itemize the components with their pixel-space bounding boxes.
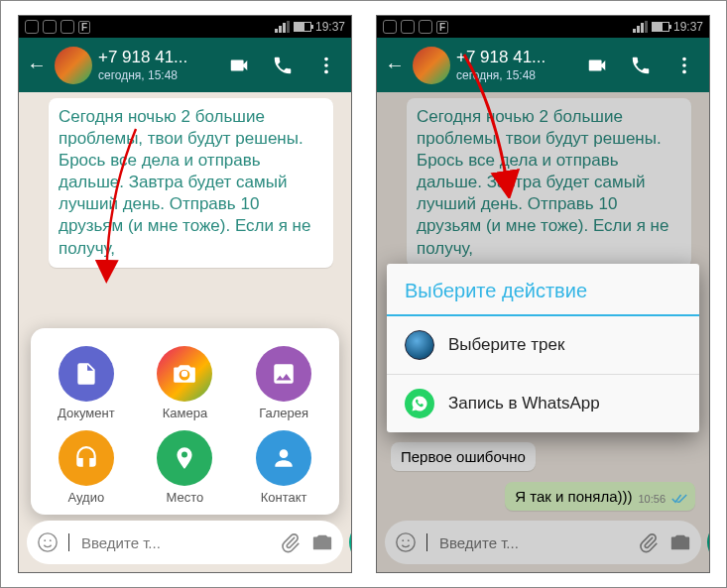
svg-point-8	[682, 69, 686, 73]
attach-audio[interactable]: Аудио	[37, 430, 136, 505]
svg-point-5	[50, 539, 52, 541]
dialog-option-label: Запись в WhatsApp	[448, 394, 600, 413]
svg-point-1	[324, 63, 328, 67]
attach-document-label: Документ	[58, 406, 115, 420]
message-input-box[interactable]	[27, 521, 343, 564]
svg-point-7	[682, 63, 686, 67]
back-icon[interactable]: ←	[25, 54, 49, 76]
dialog-option-whatsapp[interactable]: Запись в WhatsApp	[387, 375, 699, 432]
camera-input-icon[interactable]	[311, 531, 333, 553]
input-row	[27, 521, 343, 564]
emoji-icon[interactable]	[37, 531, 59, 553]
svg-point-3	[39, 533, 57, 551]
notif-icon: F	[436, 21, 448, 34]
signal-icon	[275, 21, 290, 33]
battery-icon	[294, 22, 311, 32]
mic-button[interactable]	[349, 521, 352, 564]
attach-audio-label: Аудио	[67, 490, 104, 505]
dialog-title: Выберите действие	[387, 264, 699, 316]
back-icon[interactable]: ←	[383, 54, 407, 76]
more-icon[interactable]	[673, 55, 695, 76]
attach-gallery[interactable]: Галерея	[234, 346, 333, 420]
svg-point-0	[324, 57, 328, 60]
attachment-panel: Документ Камера Галерея Аудио Место	[31, 328, 339, 515]
statusbar: F 19:37	[19, 16, 351, 38]
attach-document[interactable]: Документ	[37, 346, 136, 420]
attach-camera[interactable]: Камера	[136, 346, 235, 420]
chat-subtitle: сегодня, 15:48	[98, 68, 228, 82]
camera-icon	[172, 361, 197, 387]
voice-call-icon[interactable]	[272, 55, 294, 76]
phone-left: F 19:37 ← +7 918 41... сегодня, 15:48 Се…	[18, 15, 352, 573]
attach-gallery-label: Галерея	[259, 406, 308, 420]
location-icon	[172, 445, 197, 471]
video-call-icon[interactable]	[228, 55, 250, 76]
dialog-option-label: Выберите трек	[448, 335, 564, 355]
notif-icon: F	[78, 21, 90, 34]
document-icon	[73, 361, 99, 387]
attach-icon[interactable]	[280, 531, 302, 553]
chat-subtitle: сегодня, 15:48	[456, 68, 586, 82]
incoming-message: Сегодня ночью 2 большие проблемы, твои б…	[49, 98, 333, 268]
chat-header: ← +7 918 41... сегодня, 15:48	[377, 38, 709, 92]
action-dialog: Выберите действие Выберите трек Запись в…	[387, 264, 699, 432]
speaker-icon	[405, 330, 434, 360]
attach-location-label: Место	[167, 490, 204, 505]
svg-point-2	[324, 69, 328, 73]
message-input[interactable]	[81, 534, 270, 551]
avatar[interactable]	[55, 47, 92, 84]
chat-header: ← +7 918 41... сегодня, 15:48	[19, 38, 351, 92]
contact-icon	[271, 445, 297, 471]
statusbar: F 19:37	[377, 16, 709, 38]
attach-camera-label: Камера	[163, 406, 207, 420]
chat-title[interactable]: +7 918 41...	[98, 48, 228, 67]
phone-right: F 19:37 ← +7 918 41... сегодня, 15:48 Се…	[376, 15, 710, 573]
signal-icon	[633, 21, 648, 33]
chat-title[interactable]: +7 918 41...	[456, 48, 586, 67]
attach-contact-label: Контакт	[261, 490, 307, 505]
more-icon[interactable]	[315, 55, 337, 76]
voice-call-icon[interactable]	[630, 55, 652, 76]
dialog-option-track[interactable]: Выберите трек	[387, 316, 699, 375]
gallery-icon	[271, 361, 297, 387]
svg-point-6	[682, 57, 686, 60]
svg-point-4	[44, 539, 46, 541]
video-call-icon[interactable]	[586, 55, 608, 76]
status-time: 19:37	[673, 20, 703, 34]
status-time: 19:37	[315, 20, 345, 34]
avatar[interactable]	[413, 47, 450, 84]
whatsapp-icon	[405, 389, 434, 418]
attach-contact[interactable]: Контакт	[234, 430, 333, 505]
attach-location[interactable]: Место	[136, 430, 235, 505]
battery-icon	[652, 22, 669, 32]
headphones-icon	[73, 445, 99, 471]
